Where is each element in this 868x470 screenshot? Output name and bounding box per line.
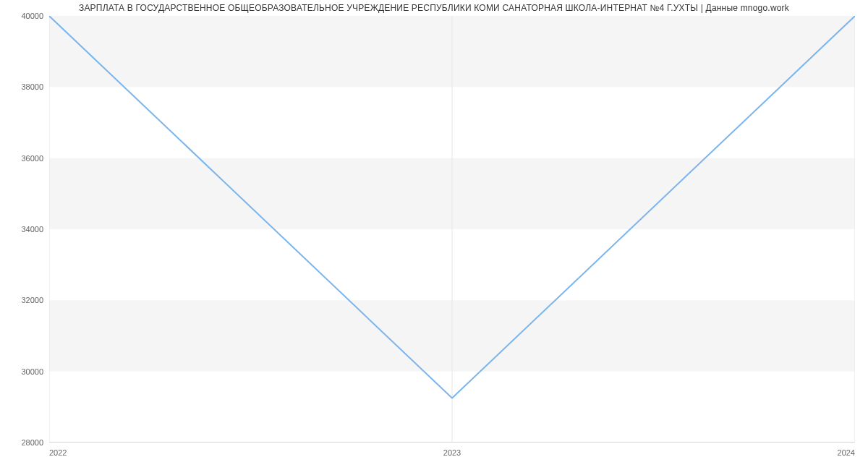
y-tick-label: 40000 bbox=[0, 12, 43, 20]
x-tick-label: 2024 bbox=[838, 448, 855, 457]
x-tick-label: 2023 bbox=[443, 448, 461, 457]
y-tick-label: 28000 bbox=[0, 438, 43, 447]
y-tick-label: 36000 bbox=[0, 154, 43, 163]
y-tick-label: 38000 bbox=[0, 82, 43, 91]
y-tick-label: 32000 bbox=[0, 296, 43, 304]
x-tick-label: 2022 bbox=[49, 448, 67, 457]
chart-title: ЗАРПЛАТА В ГОСУДАРСТВЕННОЕ ОБЩЕОБРАЗОВАТ… bbox=[7, 3, 861, 13]
y-tick-label: 30000 bbox=[0, 367, 43, 376]
chart-svg bbox=[49, 16, 855, 443]
y-tick-label: 34000 bbox=[0, 225, 43, 234]
chart-container: ЗАРПЛАТА В ГОСУДАРСТВЕННОЕ ОБЩЕОБРАЗОВАТ… bbox=[0, 0, 868, 470]
plot-area bbox=[49, 16, 855, 443]
